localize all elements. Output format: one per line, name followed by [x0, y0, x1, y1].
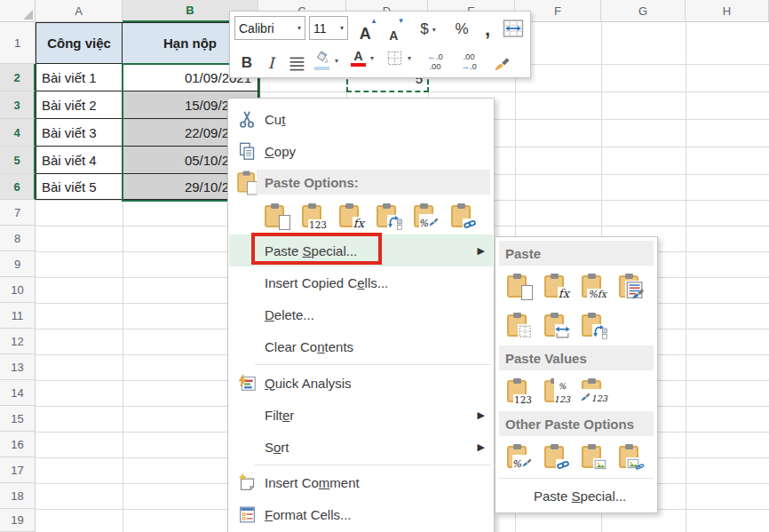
formatting-icon[interactable] — [501, 439, 538, 474]
menu-item-insert-copied-cells[interactable]: Insert Copied Cells... — [229, 266, 493, 298]
row-header-16[interactable]: 16 — [0, 432, 36, 457]
menu-item-delete[interactable]: Delete... — [229, 298, 493, 330]
values-source-formatting-icon[interactable] — [575, 373, 613, 409]
insert-comment-icon — [235, 471, 258, 494]
paste-section-row-2 — [501, 307, 613, 343]
cell-a4[interactable]: Bài viết 3 — [36, 119, 123, 147]
paste-icon[interactable] — [501, 268, 538, 304]
row-header-10[interactable]: 10 — [0, 277, 36, 303]
merge-center-button[interactable] — [500, 16, 527, 41]
column-header-a[interactable]: A — [36, 0, 123, 22]
paste-keep-column-widths-icon[interactable] — [538, 307, 575, 343]
row-header-9[interactable]: 9 — [0, 251, 36, 277]
row-header-8[interactable]: 8 — [0, 226, 36, 251]
format-painter-icon — [493, 54, 511, 73]
bold-button[interactable]: B — [237, 51, 257, 75]
chevron-down-icon[interactable]: ▾ — [335, 57, 338, 65]
menu-item-format-cells[interactable]: Format Cells... — [229, 498, 493, 530]
cell-a5[interactable]: Bài viết 4 — [36, 147, 123, 174]
font-size-combo[interactable]: 11 ▾ — [309, 16, 348, 40]
font-name-value: Calibri — [239, 21, 274, 36]
row-header-3[interactable]: 3 — [0, 91, 36, 119]
column-header-h[interactable]: H — [686, 0, 769, 22]
font-name-combo[interactable]: Calibri ▾ — [234, 16, 305, 40]
menu-item-paste-special[interactable]: Paste Special... ▶ — [229, 234, 493, 266]
font-color-button[interactable]: A ▾ — [351, 50, 374, 67]
chevron-down-icon: ▾ — [432, 26, 436, 34]
row-header-15[interactable]: 15 — [0, 406, 36, 432]
picture-icon[interactable] — [575, 439, 613, 474]
format-painter-button[interactable] — [489, 51, 514, 75]
row-header-11[interactable]: 11 — [0, 303, 36, 329]
paste-options-row — [258, 198, 482, 234]
menu-item-quick-analysis[interactable]: Quick Analysis — [229, 367, 493, 399]
paste-link-icon[interactable] — [538, 439, 575, 474]
row-header-2[interactable]: 2 — [0, 64, 36, 91]
fill-color-button[interactable]: ▾ — [313, 51, 338, 70]
paste-link-icon[interactable] — [445, 198, 482, 234]
paste-formulas-icon[interactable] — [538, 268, 575, 304]
values-icon[interactable] — [501, 373, 538, 409]
row-header-17[interactable]: 17 — [0, 457, 36, 483]
row-header-1[interactable]: 1 — [0, 22, 36, 64]
accounting-format-button[interactable]: $▾ — [413, 17, 443, 42]
excel-window: A B C D E F G H 1 2 3 4 5 6 7 8 9 10 11 … — [0, 0, 769, 532]
menu-item-cut[interactable]: Cut — [229, 103, 493, 135]
borders-button[interactable]: ▾ — [386, 50, 411, 67]
align-button[interactable] — [283, 51, 310, 75]
row-header-4[interactable]: 4 — [0, 119, 36, 147]
linked-picture-icon[interactable] — [613, 439, 650, 474]
menu-item-sort[interactable]: Sort ▶ — [229, 431, 493, 463]
paste-transpose-icon[interactable] — [370, 198, 408, 234]
row-header-18[interactable]: 18 — [0, 483, 36, 509]
grow-font-icon: A — [360, 26, 371, 42]
quick-analysis-icon — [235, 371, 258, 394]
percent-style-button[interactable]: % — [450, 17, 473, 42]
font-size-value: 11 — [313, 21, 327, 36]
paste-formulas-number-formatting-icon[interactable] — [575, 268, 613, 304]
chevron-down-icon[interactable]: ▾ — [297, 24, 301, 32]
row-header-13[interactable]: 13 — [0, 354, 36, 380]
cell-a3[interactable]: Bài viết 2 — [36, 91, 123, 119]
paste-keep-source-formatting-icon[interactable] — [613, 268, 650, 304]
menu-item-filter[interactable]: Filter ▶ — [229, 399, 493, 431]
row-header-19[interactable]: 19 — [0, 509, 36, 532]
menu-item-copy[interactable]: Copy — [229, 135, 493, 167]
submenu-section-title-other-paste-options: Other Paste Options — [499, 411, 654, 436]
mini-toolbar: Calibri ▾ 11 ▾ A▴ A▾ $▾ % , B I — [229, 11, 531, 78]
row-header-14[interactable]: 14 — [0, 380, 36, 406]
paste-transpose-icon[interactable] — [575, 307, 613, 343]
row-header-7[interactable]: 7 — [0, 200, 36, 226]
submenu-section-title-paste: Paste — [499, 241, 654, 266]
cell-a2[interactable]: Bài viết 1 — [36, 64, 123, 91]
submenu-arrow-icon: ▶ — [478, 441, 485, 453]
submenu-item-paste-special[interactable]: Paste Special... — [496, 481, 656, 510]
menu-item-clear-contents[interactable]: Clear Contents — [229, 330, 493, 362]
shrink-font-button[interactable]: A▾ — [384, 17, 408, 42]
row-header-12[interactable]: 12 — [0, 329, 36, 354]
column-header-g[interactable]: G — [601, 0, 686, 22]
merge-center-icon — [503, 18, 524, 39]
paste-formulas-icon[interactable] — [333, 198, 370, 234]
chevron-down-icon[interactable]: ▾ — [408, 54, 411, 62]
cell-a1[interactable]: Công việc — [36, 22, 123, 64]
row-header-5[interactable]: 5 — [0, 147, 36, 174]
chevron-down-icon[interactable]: ▾ — [340, 24, 344, 32]
italic-button[interactable]: I — [262, 51, 280, 75]
grow-font-button[interactable]: A▴ — [354, 17, 381, 42]
paste-formatting-icon[interactable] — [408, 198, 445, 234]
row-header-6[interactable]: 6 — [0, 174, 36, 200]
select-all-corner[interactable] — [0, 0, 36, 22]
menu-item-insert-comment[interactable]: Insert Comment — [229, 466, 493, 498]
paste-values-icon[interactable] — [296, 198, 333, 234]
paste-icon[interactable] — [258, 198, 296, 234]
values-number-formatting-icon[interactable] — [538, 373, 575, 409]
chevron-down-icon[interactable]: ▾ — [370, 54, 374, 62]
comma-style-button[interactable]: , — [480, 17, 495, 42]
increase-decimal-button[interactable]: .00→.0 — [454, 52, 484, 72]
percent-style-icon: % — [455, 20, 468, 38]
paste-no-borders-icon[interactable] — [501, 307, 538, 343]
submenu-arrow-icon: ▶ — [478, 245, 485, 257]
decrease-decimal-button[interactable]: ←.0.00 — [420, 52, 450, 72]
cell-a6[interactable]: Bài viết 5 — [36, 174, 123, 200]
